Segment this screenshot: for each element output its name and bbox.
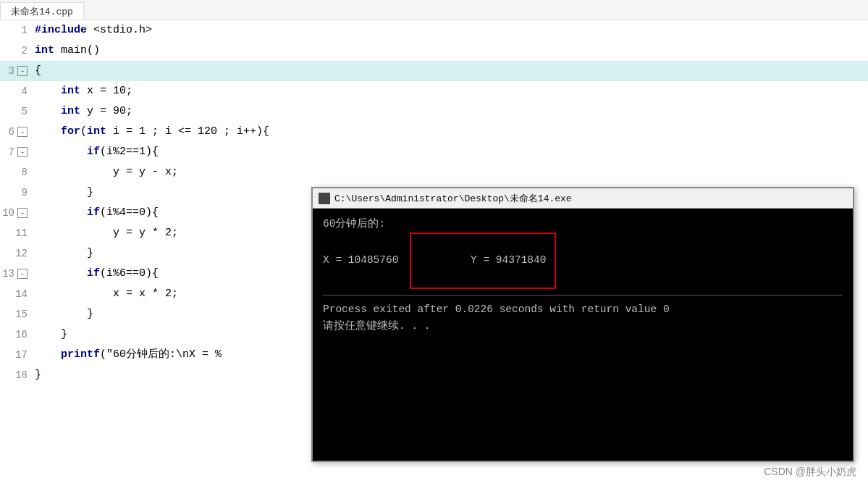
code-line-6: 6 - for(int i = 1 ; i <= 120 ; i++){ <box>0 122 868 142</box>
line-num-6: 6 - <box>0 122 30 142</box>
console-title: C:\Users\Administrator\Desktop\未命名14.exe <box>334 192 572 205</box>
line-num-2: 2 <box>0 41 30 61</box>
code-line-4: 4 int x = 10; <box>0 81 868 101</box>
watermark: CSDN @胖头小奶虎 <box>764 466 856 479</box>
console-y-highlight: Y = 94371840 <box>410 232 556 289</box>
line-content-9: } <box>30 183 93 203</box>
line-content-18: } <box>30 365 41 385</box>
code-line-1: 1 #include <stdio.h> <box>0 20 868 41</box>
line-num-15: 15 <box>0 304 30 324</box>
console-titlebar: C:\Users\Administrator\Desktop\未命名14.exe <box>313 188 853 209</box>
line-content-14: x = x * 2; <box>30 284 178 304</box>
line-num-7: 7 - <box>0 142 30 162</box>
line-content-5: int y = 90; <box>30 101 132 122</box>
console-y-value: Y = 94371840 <box>471 254 546 266</box>
line-num-4: 4 <box>0 81 30 101</box>
line-content-8: y = y - x; <box>30 162 178 183</box>
line-content-13: if(i%6==0){ <box>30 264 159 284</box>
active-tab[interactable]: 未命名14.cpp <box>0 2 84 20</box>
console-window: C:\Users\Administrator\Desktop\未命名14.exe… <box>311 187 854 462</box>
fold-icon-13[interactable]: - <box>17 269 28 279</box>
line-content-2: int main() <box>30 41 100 61</box>
line-num-12: 12 <box>0 243 30 264</box>
line-content-6: for(int i = 1 ; i <= 120 ; i++){ <box>30 122 269 142</box>
line-content-12: } <box>30 243 93 264</box>
code-line-5: 5 int y = 90; <box>0 101 868 122</box>
fold-icon-10[interactable]: - <box>17 208 28 218</box>
line-content-11: y = y * 2; <box>30 223 178 243</box>
line-content-10: if(i%4==0){ <box>30 203 159 223</box>
line-content-16: } <box>30 324 67 345</box>
console-result-line: X = 10485760 Y = 94371840 <box>323 232 843 289</box>
line-content-4: int x = 10; <box>30 81 132 101</box>
console-process-line: Process exited after 0.0226 seconds with… <box>323 301 843 318</box>
line-num-3: 3 - <box>0 61 30 81</box>
line-num-8: 8 <box>0 162 30 183</box>
console-divider <box>323 295 843 296</box>
line-num-13: 13 - <box>0 264 30 284</box>
console-x-value: X = 10485760 <box>323 252 398 269</box>
code-line-8: 8 y = y - x; <box>0 162 868 183</box>
line-content-1: #include <stdio.h> <box>30 20 152 41</box>
console-press-key: 请按任意键继续. . . <box>323 318 843 335</box>
line-num-14: 14 <box>0 284 30 304</box>
line-num-17: 17 <box>0 345 30 365</box>
console-output-label: 60分钟后的: <box>323 216 843 232</box>
tab-bar: 未命名14.cpp <box>0 0 868 20</box>
line-num-11: 11 <box>0 223 30 243</box>
line-num-16: 16 <box>0 324 30 345</box>
fold-icon-3[interactable]: - <box>17 66 28 76</box>
line-content-17: printf("60分钟后的:\nX = % <box>30 345 222 365</box>
tab-label: 未命名14.cpp <box>11 5 73 18</box>
console-app-icon <box>319 193 330 204</box>
line-num-9: 9 <box>0 183 30 203</box>
line-num-5: 5 <box>0 101 30 122</box>
console-body: 60分钟后的: X = 10485760 Y = 94371840 Proces… <box>313 209 853 461</box>
line-num-1: 1 <box>0 20 30 41</box>
code-line-7: 7 - if(i%2==1){ <box>0 142 868 162</box>
line-num-10: 10 - <box>0 203 30 223</box>
fold-icon-6[interactable]: - <box>17 127 28 137</box>
code-line-3: 3 - { <box>0 61 868 81</box>
line-content-3: { <box>30 61 41 81</box>
line-num-18: 18 <box>0 365 30 385</box>
code-line-2: 2 int main() <box>0 41 868 61</box>
line-content-7: if(i%2==1){ <box>30 142 159 162</box>
fold-icon-7[interactable]: - <box>17 147 28 157</box>
line-content-15: } <box>30 304 93 324</box>
